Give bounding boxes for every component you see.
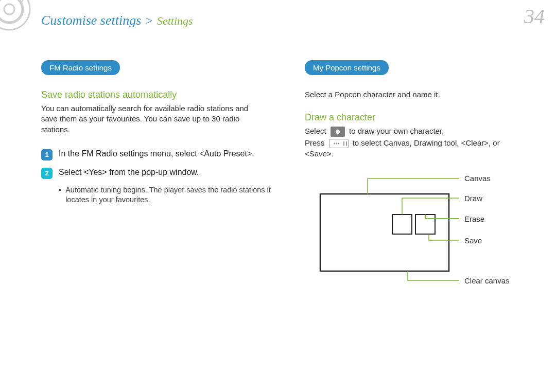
- step-2-note-text: Automatic tuning begins. The player save…: [65, 185, 277, 205]
- draw-tool-icon: [331, 127, 345, 137]
- canvas-diagram-svg: [305, 173, 521, 292]
- label-clear-canvas: Clear canvas: [464, 276, 510, 285]
- step-2: 2 Select <Yes> from the pop-up window.: [41, 167, 277, 179]
- press-before: Press: [305, 138, 324, 147]
- bullet-icon: ▪: [59, 185, 61, 205]
- step-2-badge: 2: [41, 168, 53, 179]
- select-before: Select: [305, 127, 326, 135]
- breadcrumb-sub: Settings: [157, 14, 193, 27]
- save-stations-heading: Save radio stations automatically: [41, 90, 277, 100]
- save-stations-body: You can automatically search for availab…: [41, 103, 257, 135]
- menu-button-icon: [329, 139, 349, 148]
- draw-select-line: Select to draw your own character.: [305, 126, 521, 137]
- step-2-text: Select <Yes> from the pop-up window.: [59, 167, 199, 178]
- corner-decoration-icon: [0, 0, 41, 41]
- fm-radio-settings-pill: FM Radio settings: [41, 60, 120, 75]
- step-1: 1 In the FM Radio settings menu, select …: [41, 148, 277, 161]
- breadcrumb-separator: >: [145, 14, 153, 27]
- left-column: FM Radio settings Save radio stations au…: [41, 60, 277, 292]
- svg-rect-6: [392, 215, 412, 234]
- step-1-badge: 1: [41, 149, 53, 161]
- step-1-text: In the FM Radio settings menu, select <A…: [59, 148, 254, 159]
- breadcrumb: Customise settings > Settings: [41, 12, 541, 28]
- page-number: 34: [524, 4, 545, 28]
- label-save: Save: [464, 236, 482, 245]
- svg-rect-5: [320, 194, 449, 271]
- canvas-diagram: Canvas Draw Erase Save Clear canvas: [305, 173, 541, 292]
- draw-press-line: Press to select Canvas, Drawing tool, <C…: [305, 138, 521, 159]
- select-after: to draw your own character.: [349, 127, 444, 135]
- svg-point-2: [4, 4, 14, 14]
- draw-character-heading: Draw a character: [305, 112, 541, 123]
- my-popcon-settings-pill: My Popcon settings: [305, 60, 389, 75]
- label-erase: Erase: [464, 215, 484, 223]
- right-column: My Popcon settings Select a Popcon chara…: [305, 60, 541, 292]
- label-draw: Draw: [464, 194, 482, 203]
- popcon-intro: Select a Popcon character and name it.: [305, 90, 521, 100]
- breadcrumb-main: Customise settings: [41, 13, 141, 28]
- label-canvas: Canvas: [464, 174, 491, 183]
- svg-point-1: [0, 0, 23, 23]
- step-2-note: ▪ Automatic tuning begins. The player sa…: [59, 185, 277, 205]
- svg-point-0: [0, 0, 30, 30]
